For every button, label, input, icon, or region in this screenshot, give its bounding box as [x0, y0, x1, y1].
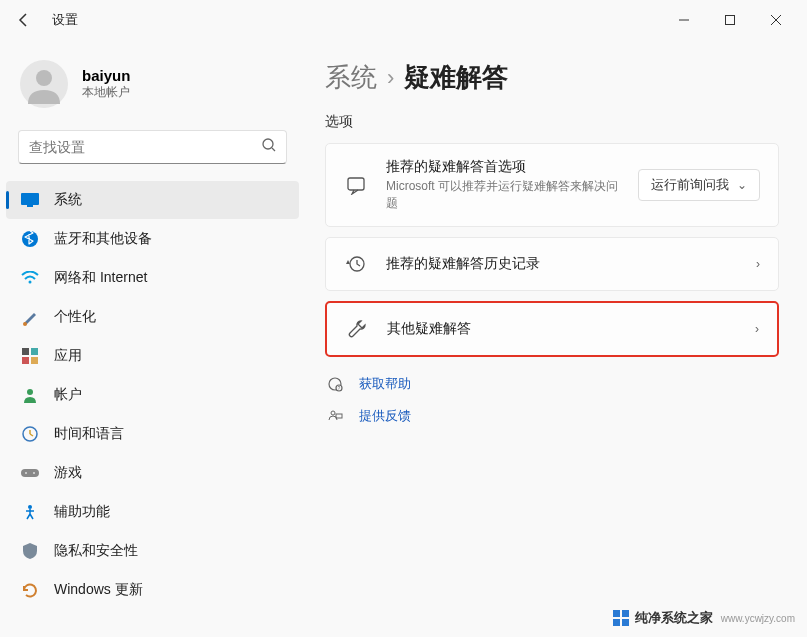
- chevron-right-icon: ›: [755, 322, 759, 336]
- update-icon: [20, 580, 40, 600]
- wifi-icon: [20, 268, 40, 288]
- watermark-text: 纯净系统之家: [635, 609, 713, 627]
- search-box[interactable]: [18, 130, 287, 164]
- svg-rect-31: [613, 610, 620, 617]
- svg-rect-20: [21, 469, 39, 477]
- sidebar-item-apps[interactable]: 应用: [6, 337, 299, 375]
- close-button[interactable]: [753, 4, 799, 36]
- svg-point-16: [27, 389, 33, 395]
- sidebar-item-accounts[interactable]: 帐户: [6, 376, 299, 414]
- profile-name: baiyun: [82, 67, 130, 84]
- chat-icon: [344, 173, 368, 197]
- card-body: 推荐的疑难解答首选项 Microsoft 可以推荐并运行疑难解答来解决问题: [386, 158, 620, 212]
- sidebar-item-label: 帐户: [54, 386, 82, 404]
- sidebar-item-windows-update[interactable]: Windows 更新: [6, 571, 299, 609]
- svg-rect-24: [348, 178, 364, 190]
- svg-rect-32: [622, 610, 629, 617]
- sidebar-item-label: 蓝牙和其他设备: [54, 230, 152, 248]
- sidebar-item-label: 应用: [54, 347, 82, 365]
- nav-list: 系统 蓝牙和其他设备 网络和 Internet 个性化 应用: [0, 180, 305, 637]
- sidebar-item-gaming[interactable]: 游戏: [6, 454, 299, 492]
- breadcrumb: 系统 › 疑难解答: [325, 60, 779, 95]
- svg-point-4: [36, 70, 52, 86]
- sidebar-item-label: 隐私和安全性: [54, 542, 138, 560]
- sidebar-item-personalization[interactable]: 个性化: [6, 298, 299, 336]
- svg-point-21: [25, 472, 27, 474]
- back-button[interactable]: [8, 4, 40, 36]
- links-section: ? 获取帮助 提供反馈: [325, 375, 779, 425]
- feedback-link[interactable]: 提供反馈: [325, 407, 779, 425]
- svg-text:?: ?: [338, 385, 341, 391]
- svg-point-29: [331, 411, 335, 415]
- chevron-right-icon: ›: [756, 257, 760, 271]
- card-history[interactable]: 推荐的疑难解答历史记录 ›: [325, 237, 779, 291]
- breadcrumb-root[interactable]: 系统: [325, 60, 377, 95]
- svg-point-23: [28, 505, 32, 509]
- minimize-button[interactable]: [661, 4, 707, 36]
- wrench-icon: [345, 317, 369, 341]
- chevron-right-icon: ›: [387, 65, 394, 91]
- link-label: 提供反馈: [359, 407, 411, 425]
- shield-icon: [20, 541, 40, 561]
- arrow-left-icon: [16, 12, 32, 28]
- svg-rect-1: [726, 16, 735, 25]
- globe-clock-icon: [20, 424, 40, 444]
- search-input[interactable]: [29, 139, 262, 155]
- svg-rect-33: [613, 619, 620, 626]
- svg-point-10: [29, 281, 32, 284]
- svg-rect-13: [31, 348, 38, 355]
- window-controls: [661, 4, 799, 36]
- display-icon: [20, 190, 40, 210]
- main-panel: 系统 › 疑难解答 选项 推荐的疑难解答首选项 Microsoft 可以推荐并运…: [305, 40, 807, 637]
- sidebar-item-label: 辅助功能: [54, 503, 110, 521]
- card-title: 推荐的疑难解答首选项: [386, 158, 620, 176]
- svg-rect-7: [21, 193, 39, 205]
- history-icon: [344, 252, 368, 276]
- svg-point-11: [23, 322, 27, 326]
- sidebar-item-privacy[interactable]: 隐私和安全性: [6, 532, 299, 570]
- sidebar-item-accessibility[interactable]: 辅助功能: [6, 493, 299, 531]
- search-icon: [262, 138, 276, 156]
- profile-sub: 本地帐户: [82, 84, 130, 101]
- card-subtitle: Microsoft 可以推荐并运行疑难解答来解决问题: [386, 178, 620, 212]
- sidebar-item-bluetooth[interactable]: 蓝牙和其他设备: [6, 220, 299, 258]
- svg-rect-14: [22, 357, 29, 364]
- card-body: 推荐的疑难解答历史记录: [386, 255, 738, 273]
- get-help-link[interactable]: ? 获取帮助: [325, 375, 779, 393]
- bluetooth-icon: [20, 229, 40, 249]
- settings-window: 设置 baiyun 本地帐户: [0, 0, 807, 637]
- apps-icon: [20, 346, 40, 366]
- sidebar-item-network[interactable]: 网络和 Internet: [6, 259, 299, 297]
- profile-section[interactable]: baiyun 本地帐户: [0, 52, 305, 126]
- gamepad-icon: [20, 463, 40, 483]
- help-icon: ?: [325, 376, 345, 392]
- content-area: baiyun 本地帐户 系统 蓝牙和其他设备: [0, 40, 807, 637]
- card-other-troubleshoot[interactable]: 其他疑难解答 ›: [325, 301, 779, 357]
- sidebar-item-system[interactable]: 系统: [6, 181, 299, 219]
- svg-line-6: [272, 148, 275, 151]
- sidebar-item-label: Windows 更新: [54, 581, 143, 599]
- brush-icon: [20, 307, 40, 327]
- maximize-button[interactable]: [707, 4, 753, 36]
- preferences-dropdown[interactable]: 运行前询问我 ⌄: [638, 169, 760, 201]
- card-preferences: 推荐的疑难解答首选项 Microsoft 可以推荐并运行疑难解答来解决问题 运行…: [325, 143, 779, 227]
- avatar: [20, 60, 68, 108]
- card-title: 推荐的疑难解答历史记录: [386, 255, 738, 273]
- section-label: 选项: [325, 113, 779, 131]
- card-body: 其他疑难解答: [387, 320, 737, 338]
- sidebar-item-time-language[interactable]: 时间和语言: [6, 415, 299, 453]
- svg-point-5: [263, 139, 273, 149]
- svg-rect-15: [31, 357, 38, 364]
- svg-rect-12: [22, 348, 29, 355]
- sidebar-item-label: 游戏: [54, 464, 82, 482]
- dropdown-label: 运行前询问我: [651, 176, 729, 194]
- svg-line-19: [30, 434, 33, 436]
- svg-rect-8: [27, 205, 33, 207]
- profile-text: baiyun 本地帐户: [82, 67, 130, 101]
- svg-point-22: [33, 472, 35, 474]
- page-title: 疑难解答: [404, 60, 508, 95]
- windows-logo-icon: [613, 610, 629, 626]
- close-icon: [771, 15, 781, 25]
- accessibility-icon: [20, 502, 40, 522]
- link-label: 获取帮助: [359, 375, 411, 393]
